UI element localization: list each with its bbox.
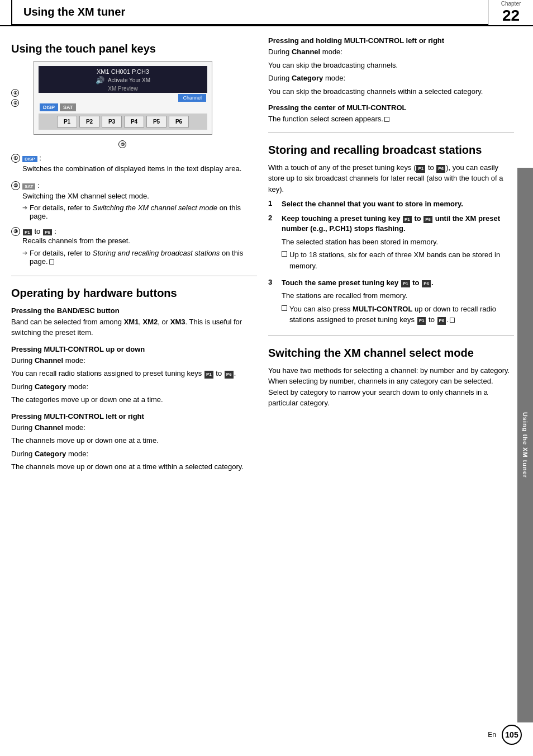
step2-body: The selected station has been stored in … (282, 237, 514, 272)
section3-title: Storing and recalling broadcast stations (268, 143, 514, 157)
step3-text: Touch the same preset tuning key P1 to P… (282, 278, 514, 288)
loud-icon: 🔊 (96, 76, 104, 84)
panel-xm-ch: XM1 CH001 P.CH3 (42, 68, 204, 75)
marker-2: ② (11, 99, 20, 107)
disp-tag: DISP (22, 156, 37, 162)
page-footer: En 105 (0, 725, 533, 745)
section4-content: You have two methods for selecting a cha… (268, 365, 514, 409)
sub-hold-lr-channel: During Channel mode: (268, 46, 514, 58)
sub-multi-updown-cat: During Category mode: (11, 381, 257, 393)
sub-band-text: Band can be selected from among XM1, XM2… (11, 316, 257, 338)
step3-body: The stations are recalled from memory. Y… (282, 290, 514, 325)
section1-title: Using the touch panel keys (11, 42, 257, 55)
panel-disp-sat: DISP SAT (39, 103, 207, 111)
sub-multi-lr-channel: During Channel mode: (11, 422, 257, 433)
step2-num: 2 (268, 214, 277, 222)
ann1-text: Switches the combination of displayed it… (22, 163, 257, 174)
chapter-number: 22 (502, 7, 520, 25)
page-header: Using the XM tuner Chapter 22 (0, 0, 533, 26)
annotation-1: ① DISP : Switches the combination of dis… (11, 154, 257, 177)
p6-badge: P6 (43, 229, 52, 235)
ann3-text: Recalls channels from the preset. (22, 235, 257, 247)
preset-p3[interactable]: P3 (102, 116, 122, 127)
sub-multi-updown-channel: During Channel mode: (11, 355, 257, 366)
section2-title: Operating by hardware buttons (11, 286, 257, 300)
sat-tag: SAT (22, 183, 35, 190)
channel-tab: Channel (178, 94, 206, 102)
step-1: 1 Select the channel that you want to st… (268, 199, 514, 209)
sat-button[interactable]: SAT (60, 103, 76, 111)
section3-intro: With a touch of any of the preset tuning… (268, 162, 514, 195)
chapter-label: Chapter (501, 1, 521, 7)
sub-multi-lr-cat: During Category mode: (11, 448, 257, 460)
sub-multi-lr-cat-text: The channels move up or down one at a ti… (11, 461, 257, 472)
sub-hold-lr-title: Pressing and holding MULTI-CONTROL left … (268, 36, 514, 45)
ann3-arrow: ➔ For details, refer to Storing and reca… (22, 249, 257, 266)
sub-multi-updown-cat-text: The categories move up or down one at a … (11, 394, 257, 405)
step2-text: Keep touching a preset tuning key P1 to … (282, 214, 514, 234)
sub-hold-lr-cat: During Category mode: (268, 73, 514, 84)
ann2-arrow: ➔ For details, refer to Switching the XM… (22, 204, 257, 220)
ann3-num: ③ (11, 227, 20, 236)
right-column: Pressing and holding MULTI-CONTROL left … (268, 32, 514, 475)
sub-multi-updown-channel-text: You can recall radio stations assigned t… (11, 368, 257, 379)
arrow-icon-2: ➔ (22, 249, 27, 257)
sub-multi-updown-title: Pressing MULTI-CONTROL up or down (11, 345, 257, 353)
footer-lang: En (488, 731, 496, 739)
sub-multi-lr-title: Pressing MULTI-CONTROL left or right (11, 412, 257, 420)
preset-buttons: P1 P2 P3 P4 P5 P6 (39, 114, 207, 130)
panel-xm-preview: XM Preview (42, 86, 204, 92)
ann2-text: Switching the XM channel select mode. (22, 191, 257, 202)
p1-badge: P1 (23, 229, 32, 235)
sub-hold-lr-channel-text: You can skip the broadcasting channels. (268, 60, 514, 71)
footer-page: 105 (502, 725, 522, 745)
marker-1: ① (11, 89, 20, 97)
panel-top-info: XM1 CH001 P.CH3 🔊 Activate Your XM XM Pr… (39, 66, 207, 93)
sub-multi-lr-channel-text: The channels move up or down one at a ti… (11, 435, 257, 446)
preset-p1[interactable]: P1 (57, 116, 77, 127)
disp-button[interactable]: DISP (40, 103, 58, 111)
sub-hold-lr-cat-text: You can skip the broadcasting channels w… (268, 86, 514, 97)
step3-bullet: You can also press MULTI-CONTROL up or d… (282, 304, 514, 325)
chapter-box: Chapter 22 (488, 0, 533, 25)
panel-diagram: XM1 CH001 P.CH3 🔊 Activate Your XM XM Pr… (34, 61, 212, 135)
annotation-2: ② SAT : Switching the XM channel select … (11, 181, 257, 223)
ann1-content: DISP : Switches the combination of displ… (22, 154, 257, 177)
main-content: Using the touch panel keys ① ② XM1 CH001… (0, 26, 533, 486)
step-2: 2 Keep touching a preset tuning key P1 t… (268, 214, 514, 273)
preset-p4[interactable]: P4 (124, 116, 144, 127)
preset-p2[interactable]: P2 (79, 116, 99, 127)
sidebar-label-container: Using the XM tuner (517, 168, 533, 722)
arrow-icon: ➔ (22, 204, 27, 211)
step1-text: Select the channel that you want to stor… (282, 199, 463, 209)
marker-3: ③ (28, 140, 218, 148)
channel-tab-row: Channel (39, 94, 206, 102)
left-column: Using the touch panel keys ① ② XM1 CH001… (11, 32, 257, 475)
step3-num: 3 (268, 278, 277, 286)
sub-center-title: Pressing the center of MULTI-CONTROL (268, 103, 514, 112)
sub-center-text: The function select screen appears. (268, 114, 514, 125)
step2-bullet: Up to 18 stations, six for each of three… (282, 249, 514, 271)
ann3-content: P1 to P6 : Recalls channels from the pre… (22, 227, 257, 268)
step-3: 3 Touch the same preset tuning key P1 to… (268, 278, 514, 328)
ann1-num: ① (11, 154, 20, 163)
ann2-content: SAT : Switching the XM channel select mo… (22, 181, 257, 223)
sidebar-label: Using the XM tuner (522, 412, 529, 478)
sub-band-title: Pressing the BAND/ESC button (11, 306, 257, 315)
divider-1 (11, 276, 257, 276)
panel-activate: 🔊 Activate Your XM (42, 75, 204, 86)
panel-outer: ① ② XM1 CH001 P.CH3 🔊 Activate Your XM X… (28, 61, 218, 148)
divider-3 (268, 336, 514, 336)
ann2-num: ② (11, 181, 20, 190)
page-title: Using the XM tuner (11, 0, 488, 25)
preset-p6[interactable]: P6 (169, 116, 189, 127)
preset-p5[interactable]: P5 (146, 116, 166, 127)
annotation-3: ③ P1 to P6 : Recalls channels from the p… (11, 227, 257, 268)
divider-2 (268, 133, 514, 133)
step1-num: 1 (268, 199, 277, 207)
section4-title: Switching the XM channel select mode (268, 346, 514, 360)
